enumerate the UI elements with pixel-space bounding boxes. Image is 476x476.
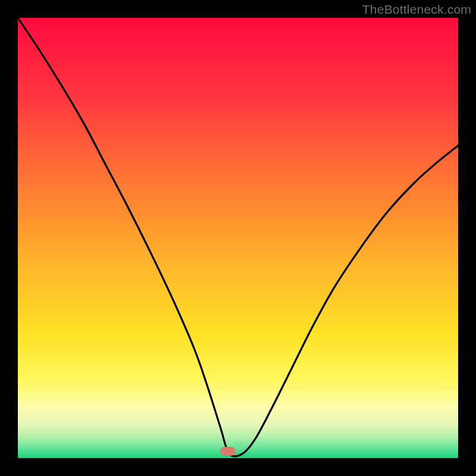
optimal-marker [220, 447, 236, 456]
watermark-text: TheBottleneck.com [362, 2, 471, 17]
bottleneck-curve [18, 18, 458, 458]
plot-area [18, 18, 458, 458]
chart-frame: TheBottleneck.com [0, 0, 476, 476]
